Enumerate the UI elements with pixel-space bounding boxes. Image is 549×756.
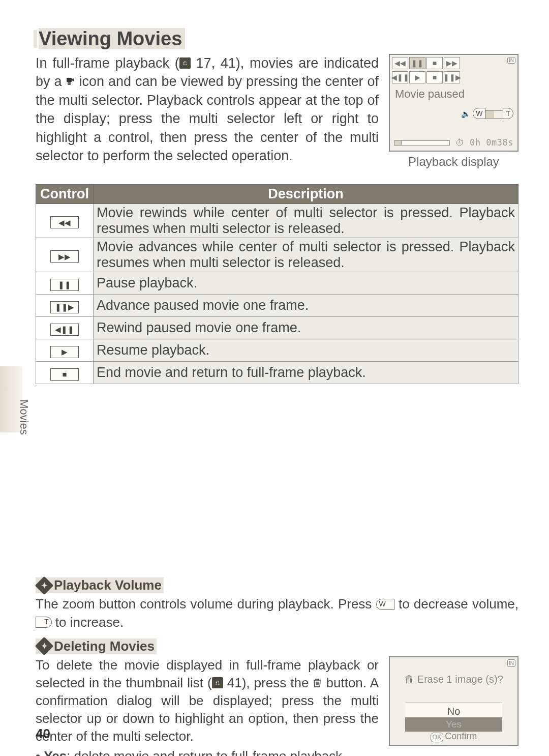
note1-body: The zoom button controls volume during p…: [36, 595, 518, 631]
table-row: ◀◀Movie rewinds while center of multi se…: [36, 204, 518, 238]
control-icon: ◀❚❚: [50, 324, 79, 336]
w-button-icon: W: [376, 599, 394, 610]
control-description: End movie and return to full-frame playb…: [93, 362, 518, 384]
stop2-icon: ■: [426, 71, 443, 83]
control-description: Pause playback.: [93, 272, 518, 295]
page-number: 40: [36, 726, 50, 742]
playback-display: IN ◀◀ ❚❚ ■ ▶▶ ◀❚❚ ▶ ■ ❚❚▶ Movie paused 🔈…: [389, 54, 518, 152]
display-caption: Playback display: [389, 155, 518, 169]
stop-icon: ■: [426, 57, 443, 69]
memory-in-badge: IN: [507, 659, 515, 667]
time-indicator: ⏱ 0h 0m38s: [455, 137, 513, 148]
page-ref-icon: ⎌: [212, 677, 223, 688]
frame-fwd-icon: ❚❚▶: [444, 71, 460, 83]
control-description: Advance paused movie one frame.: [93, 295, 518, 317]
intro-block: In full-frame playback (⎌ 17, 41), movie…: [36, 54, 518, 169]
table-row: ▶▶Movie advances while center of multi s…: [36, 238, 518, 272]
bullet-yes: Yes: delete movie and return to full-fra…: [36, 747, 379, 756]
control-description: Resume playback.: [93, 339, 518, 362]
page-ref-icon: ⎌: [179, 57, 191, 69]
col-description: Description: [93, 185, 518, 204]
table-row: ◀❚❚Rewind paused movie one frame.: [36, 317, 518, 339]
movie-icon: [66, 77, 75, 86]
erase-confirm: OKConfirm: [390, 730, 517, 742]
control-description: Movie advances while center of multi sel…: [93, 238, 518, 272]
erase-option-yes: Yes: [405, 717, 502, 732]
table-row: ❚❚Pause playback.: [36, 272, 518, 295]
controls-table: Control Description ◀◀Movie rewinds whil…: [36, 184, 518, 384]
svg-rect-0: [67, 78, 72, 82]
control-icon: ◀◀: [50, 216, 79, 228]
note-deleting-movies: ✦ Deleting Movies: [36, 638, 157, 654]
trash-icon: [313, 678, 322, 688]
table-row: ▶Resume playback.: [36, 339, 518, 362]
note2-body: To delete the movie displayed in full-fr…: [36, 656, 379, 756]
tip-icon: ✦: [35, 576, 54, 595]
control-description: Rewind paused movie one frame.: [93, 317, 518, 339]
control-icon: ■: [50, 368, 79, 381]
control-icon: ▶: [50, 346, 79, 358]
col-control: Control: [36, 185, 94, 204]
section-label: Movies: [17, 399, 30, 435]
progress-bar: [394, 140, 450, 146]
page-title: Viewing Movies: [36, 28, 185, 50]
status-text: Movie paused: [395, 88, 465, 101]
rewind-icon: ◀◀: [392, 57, 408, 69]
control-icon: ❚❚: [50, 279, 79, 291]
pause-icon: ❚❚: [409, 57, 425, 69]
intro-text: In full-frame playback (⎌ 17, 41), movie…: [36, 54, 379, 169]
erase-title: 🗑 Erase 1 image (s)?: [390, 673, 517, 686]
volume-indicator: 🔈 WT: [461, 109, 513, 120]
memory-in-badge: IN: [507, 57, 515, 64]
forward-icon: ▶▶: [444, 57, 460, 69]
frame-back-icon: ◀❚❚: [392, 71, 408, 83]
tip-icon: ✦: [35, 637, 54, 656]
t-button-icon: T: [36, 617, 52, 628]
control-description: Movie rewinds while center of multi sele…: [93, 204, 518, 238]
erase-dialog: IN 🗑 Erase 1 image (s)? No Yes OKConfirm: [389, 656, 518, 746]
control-icon: ▶▶: [50, 250, 79, 263]
play-icon: ▶: [409, 71, 425, 83]
table-row: ❚❚▶Advance paused movie one frame.: [36, 295, 518, 317]
note-playback-volume: ✦ Playback Volume: [36, 577, 164, 593]
table-row: ■End movie and return to full-frame play…: [36, 362, 518, 384]
control-icon: ❚❚▶: [50, 301, 79, 313]
